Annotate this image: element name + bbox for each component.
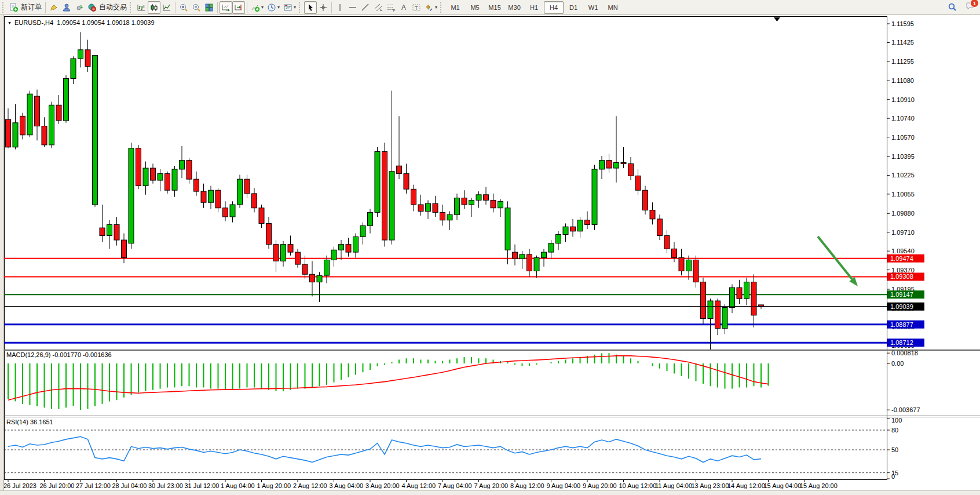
candle-body [339,245,344,250]
horizontal-line-icon [348,3,357,12]
zoom-out-icon [192,3,201,12]
fibonacci-button[interactable]: F [385,1,397,14]
text-label-button[interactable]: T [410,1,423,14]
rsi-tick-label: 100 [891,417,902,424]
text-button[interactable]: A [397,1,410,14]
candle-body [107,224,112,235]
candle-body [571,227,576,231]
candle-body [93,55,98,205]
timeframe-m30[interactable]: M30 [504,1,524,14]
candlestick-chart-button[interactable] [148,1,160,14]
crosshair-button[interactable] [317,1,330,14]
horizontal-line-button[interactable] [346,1,359,14]
chart-symbol-period: EURUSD-,H4 [14,19,53,26]
candle-body [165,174,170,191]
price-tick-label: 1.09370 [891,267,915,274]
auto-trading-icon [87,3,97,12]
candle-body [273,245,279,261]
timeframe-m5[interactable]: M5 [465,1,485,14]
chart-shift-button[interactable] [232,1,245,14]
timeframe-h1[interactable]: H1 [524,1,544,14]
tile-windows-button[interactable] [203,1,215,14]
zoom-in-button[interactable] [177,1,190,14]
toolbar-grip[interactable] [130,2,134,13]
candle-body [556,235,561,243]
candle-body [375,151,380,212]
time-tick-label: 13 Aug 23:00 [692,482,729,489]
toolbar-grip[interactable] [2,2,6,13]
rsi-label: RSI(14) 36.1651 [6,418,53,425]
auto-trading-label: 自动交易 [99,2,127,12]
candle-body [447,214,452,220]
trendline-button[interactable] [359,1,372,14]
candle-body [288,245,293,252]
timeframe-mn[interactable]: MN [603,1,623,14]
time-tick-label: 30 Jul 23:00 [148,482,183,489]
time-tick-label: 1 Aug 20:00 [257,482,291,489]
timeframe-m1[interactable]: M1 [445,1,465,14]
search-button[interactable] [946,1,959,14]
new-order-label: 新订单 [21,2,42,12]
zoom-in-icon [179,3,188,12]
candle-body [701,282,706,319]
timeframe-w1[interactable]: W1 [583,1,603,14]
candle-body [520,254,525,259]
price-tick-label: 1.09540 [891,248,915,254]
time-tick-label: 9 Aug 04:00 [547,482,581,489]
bucket-icon [49,3,58,12]
candle-body [527,254,532,271]
auto-scroll-button[interactable] [220,1,232,14]
ohlc-low: 1.09018 [107,19,130,26]
candle-body [56,105,61,121]
candle-body [664,235,670,249]
vertical-line-button[interactable] [334,1,346,14]
styles-button[interactable] [47,1,60,14]
periods-button[interactable]: ▾ [265,1,281,14]
price-tick-label: 1.11425 [891,39,914,46]
vertical-line-icon [335,3,345,12]
time-tick-label: 15 Aug 20:00 [800,482,838,489]
price-badge-value: 1.09474 [890,255,913,262]
candle-body [404,174,409,190]
profiles-button[interactable] [60,1,73,14]
candle-body [237,179,243,205]
notifications-button[interactable]: 1 [965,1,975,13]
cursor-button[interactable] [304,1,317,14]
arrows-button[interactable]: ▾ [423,1,439,14]
candle-body [209,190,214,202]
timeframe-d1[interactable]: D1 [564,1,583,14]
chart-background [5,17,977,480]
toolbar-grip[interactable] [440,2,444,13]
candle-body [172,169,177,190]
signals-button[interactable] [73,1,86,14]
toolbar-separator [175,2,175,13]
equidistant-channel-button[interactable]: E [372,1,385,14]
candle-body [324,260,330,275]
line-chart-button[interactable] [160,1,173,14]
candle-body [295,252,301,264]
bar-chart-button[interactable] [135,1,148,14]
time-tick-label: 14 Aug 12:00 [727,482,765,489]
candle-body [281,245,286,261]
price-badge-value: 1.08712 [890,339,913,346]
time-tick-label: 26 Jul 20:00 [40,482,75,489]
window-bottom-edge [0,490,980,495]
candle-body [737,287,742,299]
candle-body [722,308,727,329]
channel-icon: E [374,3,383,12]
candle-body [751,282,756,315]
price-chart: 1.115951.114251.112551.110801.109101.107… [0,15,980,495]
candle-body [650,210,655,219]
toolbar-grip[interactable] [299,2,303,13]
timeframe-h4[interactable]: H4 [544,1,564,14]
candle-body [513,252,518,259]
templates-button[interactable]: ▾ [281,1,298,14]
auto-trading-button[interactable]: 自动交易 [86,1,129,14]
new-order-button[interactable]: 新订单 [8,1,43,14]
candle [375,147,380,217]
price-tick-label: 1.11255 [891,58,914,65]
zoom-out-button[interactable] [190,1,203,14]
time-tick-label: 3 Aug 04:00 [330,482,364,489]
timeframe-m15[interactable]: M15 [485,1,504,14]
indicators-button[interactable]: ▾ [249,1,265,14]
